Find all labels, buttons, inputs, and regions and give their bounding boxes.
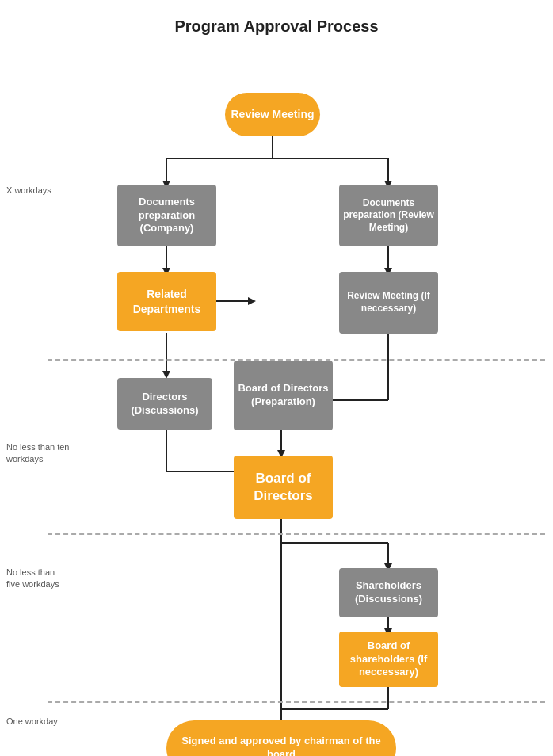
- docs-review-node: Documents preparation (Review Meeting): [339, 185, 438, 246]
- board-of-directors-node: Board of Directors: [234, 456, 333, 519]
- review-meeting-top-node: Review Meeting: [225, 93, 320, 136]
- shareholders-discussions-node: Shareholders (Discussions): [339, 568, 438, 617]
- signed-approved-node: Signed and approved by chairman of the b…: [166, 720, 396, 756]
- page-title: Program Approval Process: [0, 0, 553, 44]
- x-workdays-label: X workdays: [6, 185, 70, 197]
- diagram-area: Review Meeting X workdays Documents prep…: [0, 44, 553, 749]
- review-meeting-right-node: Review Meeting (If neccessary): [339, 272, 438, 334]
- docs-company-node: Documents preparation (Company): [117, 185, 216, 246]
- no-less-ten-label: No less than ten workdays: [6, 441, 70, 466]
- related-departments-node: Related Departments: [117, 272, 216, 331]
- dashed-line-3: [48, 701, 545, 703]
- one-workday-label: One workday: [6, 716, 70, 727]
- dashed-line-2: [48, 533, 545, 535]
- svg-marker-13: [248, 297, 256, 305]
- board-shareholders-node: Board of shareholders (If neccessary): [339, 632, 438, 687]
- board-preparation-node: Board of Directors (Preparation): [234, 361, 333, 430]
- directors-discussions-node: Directors (Discussions): [117, 378, 212, 430]
- no-less-five-label: No less than five workdays: [6, 567, 70, 591]
